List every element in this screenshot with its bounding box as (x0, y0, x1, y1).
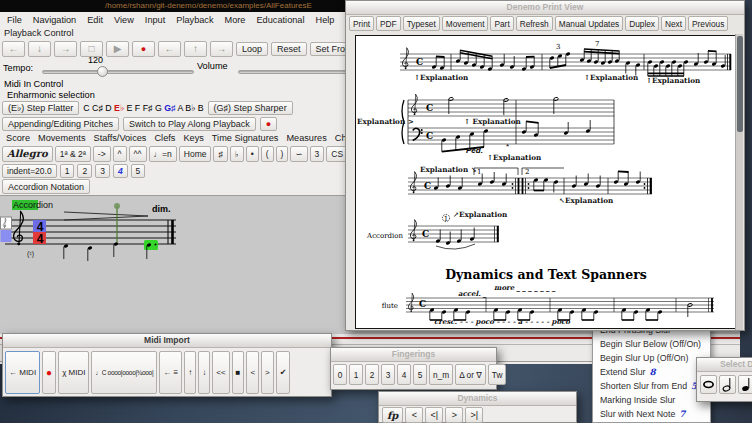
turn-ornament-button[interactable]: ∽ (290, 146, 307, 162)
duplex-button[interactable]: Duplex (625, 16, 659, 31)
substitution-button[interactable]: n_m (429, 364, 453, 385)
accent-button[interactable]: ^ (113, 146, 127, 162)
fingerings-titlebar[interactable]: Fingerings (331, 348, 496, 362)
finger-5-button[interactable]: 5 (413, 364, 427, 385)
menu-score[interactable]: Score (6, 133, 30, 143)
up-arrow-icon[interactable]: ↑ (184, 351, 196, 394)
manual-updates-button[interactable]: Manual Updates (555, 16, 623, 31)
record-midi-button[interactable]: ● (260, 117, 277, 131)
notes[interactable] (63, 240, 158, 261)
menu-item-shorten-slur[interactable]: Shorten Slur from End5 (593, 379, 710, 393)
triplet-button[interactable]: 3 (310, 146, 325, 162)
menu-clefs[interactable]: Clefs (154, 133, 175, 143)
import-midi-button[interactable]: ← MIDI (5, 351, 40, 394)
explanation-label[interactable]: ↑Explanation (487, 153, 542, 162)
menu-time-signatures[interactable]: Time Signatures (212, 133, 279, 143)
record-icon[interactable]: ● (42, 351, 56, 394)
cursor-box[interactable] (1, 230, 12, 242)
explanation-label[interactable]: ↑Explanation (646, 76, 701, 85)
seek-end-icon[interactable]: → (210, 41, 233, 57)
first-second-ending-button[interactable]: 1ª & 2ª (55, 146, 91, 162)
print-view-titlebar[interactable]: Denemo Print View (346, 1, 744, 15)
down-arrow-icon[interactable]: ↓ (198, 351, 210, 394)
to-staffs-button[interactable]: ← ≡ (159, 351, 182, 394)
step-sharper-button[interactable]: (G♯) Step Sharper (208, 101, 293, 115)
finger-0-button[interactable]: 0 (333, 364, 347, 385)
menu-input[interactable]: Input (145, 15, 165, 25)
fp-dynamic-button[interactable]: fp (382, 407, 403, 423)
menu-staffs-voices[interactable]: Staffs/Voices (94, 133, 147, 143)
flat-button[interactable]: ♭ (230, 146, 244, 162)
volume-slider[interactable] (238, 70, 348, 74)
menu-file[interactable]: File (7, 15, 22, 25)
menu-navigation[interactable]: Navigation (33, 15, 76, 25)
typeset-page[interactable]: C 3 7 (355, 35, 736, 329)
scrollbar-thumb[interactable] (737, 36, 743, 132)
refresh-button[interactable]: Refresh (516, 16, 553, 31)
step-flatter-button[interactable]: (E♭) Step Flatter (2, 101, 79, 115)
rewind-icon[interactable]: ← (2, 41, 25, 57)
seek-start-icon[interactable]: ← (158, 41, 181, 57)
movement-button[interactable]: Movement (442, 16, 489, 31)
stop-icon[interactable]: ■ (232, 351, 245, 394)
arrow-button[interactable]: -> (93, 146, 111, 162)
play-along-button[interactable]: Switch to Play Along Playback (123, 117, 256, 131)
record-icon[interactable]: ● (132, 41, 155, 57)
tempo-slider-handle[interactable] (97, 66, 108, 77)
explanation-label[interactable]: ↑Explanation (414, 73, 469, 82)
voice-2-button[interactable]: 2 (77, 164, 92, 178)
midi-import-titlebar[interactable]: Midi Import (3, 334, 331, 348)
print-button[interactable]: Print (349, 16, 374, 31)
explanation-label[interactable]: ↗Explanation (453, 210, 508, 219)
dot-button[interactable]: • (246, 146, 259, 162)
rewind-icon[interactable]: << (212, 351, 229, 394)
next-button[interactable]: Next (661, 16, 686, 31)
home-button[interactable]: Home (179, 146, 212, 162)
quarter-note-icon[interactable] (738, 375, 752, 394)
half-note-icon[interactable] (719, 375, 736, 394)
cresc-text-spanner[interactable]: cresc. - - - poco - - - - a - - - - - po… (434, 317, 571, 326)
convert-to-notation-button[interactable]: ♩C oooo|oooo|¾ooo| (91, 351, 157, 394)
voice-1-button[interactable]: 1 (60, 164, 75, 178)
menu-playback[interactable]: Playback (176, 15, 213, 25)
menu-keys[interactable]: Keys (183, 133, 203, 143)
finger-3-button[interactable]: 3 (381, 364, 395, 385)
more-text-spanner[interactable]: more _ _ _ _ _ _ _ (494, 283, 556, 292)
allegro-button[interactable]: Allegro (2, 146, 53, 162)
metronome-mark-button[interactable]: ♩=n (149, 146, 177, 162)
forward-icon[interactable]: → (54, 41, 77, 57)
sharp-button[interactable]: ♯ (213, 146, 227, 162)
reset-button[interactable]: Reset (271, 42, 307, 56)
menu-item-begin-slur-up[interactable]: Begin Slur Up (Off/On) (593, 351, 710, 365)
menu-movements[interactable]: Movements (38, 133, 86, 143)
menu-more[interactable]: More (225, 15, 246, 25)
pdf-button[interactable]: PDF (376, 16, 401, 31)
menu-view[interactable]: View (114, 15, 134, 25)
play-icon[interactable]: ▶ (106, 41, 129, 57)
marcato-button[interactable]: ^^ (129, 146, 147, 162)
tweak-button[interactable]: Tw (488, 364, 507, 385)
voice-3-button[interactable]: 3 (95, 164, 110, 178)
voice-5-button[interactable]: 5 (131, 164, 146, 178)
explanation-label[interactable]: ↖Explanation (559, 196, 614, 205)
up-down-bow-button[interactable]: Δ or ∇ (455, 364, 486, 385)
explanation-label[interactable]: Explanation ↘ (420, 165, 477, 174)
open-paren-button[interactable]: ( (261, 146, 274, 162)
move-up-icon[interactable]: ↑ (184, 41, 207, 57)
menu-item-extend-slur[interactable]: Extend Slur8 (593, 365, 710, 379)
whole-note-icon[interactable] (700, 375, 717, 394)
menu-item-marking-inside-slur[interactable]: Marking Inside Slur (593, 393, 710, 407)
dynamics-titlebar[interactable]: Dynamics (379, 392, 576, 406)
accordion-notation-button[interactable]: Accordion Notation (2, 179, 90, 194)
explanation-label[interactable]: ↑ Explanation (464, 117, 521, 126)
part-button[interactable]: Part (490, 16, 513, 31)
tempo-slider[interactable] (42, 70, 194, 74)
menu-educational[interactable]: Educational (256, 15, 304, 25)
menu-item-begin-slur-below[interactable]: Begin Slur Below (Off/On) (593, 337, 710, 351)
menu-item-slur-with-next-note[interactable]: Slur with Next Note7 (593, 407, 710, 421)
menu-help[interactable]: Help (316, 15, 335, 25)
print-view-scrollbar[interactable] (735, 34, 743, 330)
menu-measures[interactable]: Measures (286, 133, 326, 143)
voice-4-button[interactable]: 4 (113, 164, 128, 178)
previous-icon[interactable]: < (246, 351, 259, 394)
